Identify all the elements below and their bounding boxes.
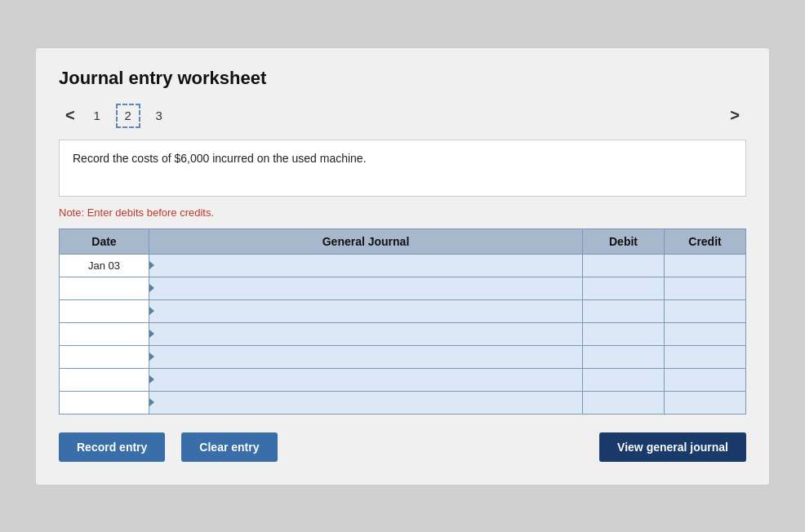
debit-cell[interactable] — [583, 277, 665, 299]
page-2[interactable]: 2 — [116, 104, 140, 128]
credit-cell[interactable] — [665, 254, 746, 277]
table-row: Jan 03 — [60, 254, 746, 277]
pagination: < 1 2 3 > — [59, 104, 746, 128]
buttons-row: Record entry Clear entry View general jo… — [59, 432, 746, 462]
journal-cell[interactable] — [149, 254, 583, 277]
col-date: Date — [60, 228, 149, 254]
journal-cell[interactable] — [149, 391, 583, 414]
table-row — [60, 277, 746, 299]
debit-cell[interactable] — [583, 368, 665, 391]
debit-cell[interactable] — [583, 345, 665, 368]
journal-cell[interactable] — [149, 345, 583, 368]
table-row — [60, 299, 746, 322]
page-1[interactable]: 1 — [85, 104, 109, 128]
journal-cell[interactable] — [149, 299, 583, 322]
debit-cell[interactable] — [583, 391, 665, 414]
debit-cell[interactable] — [583, 254, 665, 277]
journal-cell[interactable] — [149, 322, 583, 345]
date-cell[interactable] — [60, 299, 149, 322]
credit-cell[interactable] — [665, 368, 746, 391]
instruction-box: Record the costs of $6,000 incurred on t… — [59, 140, 746, 197]
credit-cell[interactable] — [665, 391, 746, 414]
col-credit: Credit — [665, 228, 746, 254]
instruction-text: Record the costs of $6,000 incurred on t… — [73, 152, 367, 165]
date-cell[interactable] — [60, 322, 149, 345]
journal-table: Date General Journal Debit Credit Jan 03 — [59, 228, 746, 415]
date-cell[interactable] — [60, 391, 149, 414]
journal-cell[interactable] — [149, 277, 583, 299]
table-row — [60, 368, 746, 391]
credit-cell[interactable] — [665, 322, 746, 345]
table-row — [60, 322, 746, 345]
next-arrow[interactable]: > — [723, 106, 746, 125]
col-journal: General Journal — [149, 228, 583, 254]
page-3[interactable]: 3 — [147, 104, 171, 128]
debit-cell[interactable] — [583, 322, 665, 345]
col-debit: Debit — [583, 228, 665, 254]
worksheet-container: Journal entry worksheet < 1 2 3 > Record… — [35, 47, 770, 485]
credit-cell[interactable] — [665, 345, 746, 368]
table-row — [60, 345, 746, 368]
record-entry-button[interactable]: Record entry — [59, 432, 165, 462]
date-cell[interactable] — [60, 345, 149, 368]
clear-entry-button[interactable]: Clear entry — [181, 432, 277, 462]
prev-arrow[interactable]: < — [59, 106, 82, 125]
view-general-journal-button[interactable]: View general journal — [599, 432, 746, 462]
date-cell[interactable] — [60, 368, 149, 391]
credit-cell[interactable] — [665, 299, 746, 322]
date-cell[interactable] — [60, 277, 149, 299]
date-cell[interactable]: Jan 03 — [60, 254, 149, 277]
note-text: Note: Enter debits before credits. — [59, 206, 746, 219]
credit-cell[interactable] — [665, 277, 746, 299]
page-title: Journal entry worksheet — [59, 68, 746, 89]
table-row — [60, 391, 746, 414]
journal-cell[interactable] — [149, 368, 583, 391]
debit-cell[interactable] — [583, 299, 665, 322]
